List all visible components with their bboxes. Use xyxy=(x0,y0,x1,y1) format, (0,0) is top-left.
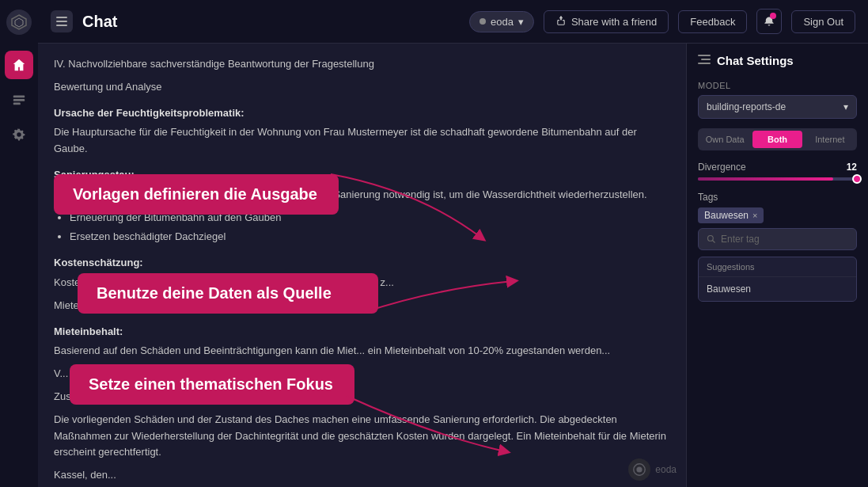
data-source-tabs: Own Data Both Internet xyxy=(698,128,857,150)
chat-area[interactable]: IV. Nachvollziehbare sachverständige Bea… xyxy=(38,44,686,487)
line-14: Die vorliegenden Schäden und der Zustand… xyxy=(54,412,670,461)
svg-rect-10 xyxy=(698,55,711,56)
line-4: Sanierungsstau: xyxy=(54,167,670,184)
line-15: Kassel, den... xyxy=(54,467,670,484)
divergence-row: Divergence 12 xyxy=(698,162,857,173)
model-selector[interactable]: building-reports-de ▾ xyxy=(698,95,857,119)
divergence-label: Divergence xyxy=(698,162,746,173)
content-area: IV. Nachvollziehbare sachverständige Bea… xyxy=(38,44,868,487)
svg-rect-12 xyxy=(698,63,711,64)
main-content: Chat eoda ▾ Share with a friend Feedback… xyxy=(38,0,868,487)
eoda-watermark: eoda xyxy=(628,458,677,481)
line-10: Mieteinbehalt: xyxy=(54,324,670,341)
slider-fill xyxy=(698,177,833,181)
svg-rect-3 xyxy=(13,99,25,101)
svg-line-14 xyxy=(713,241,715,243)
divergence-value: 12 xyxy=(847,162,857,173)
tags-label: Tags xyxy=(698,192,857,203)
settings-title: Chat Settings xyxy=(717,54,794,67)
left-sidebar xyxy=(0,0,38,487)
sidebar-item-settings[interactable] xyxy=(5,120,33,149)
suggestions-dropdown: Suggestions Bauwesen xyxy=(698,257,857,302)
line-8: Kostenrahmen für die Sanierung je nach U… xyxy=(54,275,670,291)
app-logo xyxy=(6,10,32,35)
svg-point-9 xyxy=(637,466,642,472)
tag-input[interactable] xyxy=(721,234,848,245)
tag-label: Bauwesen xyxy=(704,210,749,221)
line-6: Erneuerung der Bitumenbahn auf den Gaube… xyxy=(54,210,670,246)
sidebar-item-home[interactable] xyxy=(5,51,33,79)
divergence-slider[interactable] xyxy=(698,177,857,181)
tab-own-data[interactable]: Own Data xyxy=(700,131,749,148)
settings-toggle-icon[interactable] xyxy=(698,53,711,68)
header: Chat eoda ▾ Share with a friend Feedback… xyxy=(38,0,868,44)
suggestion-item-bauwesen[interactable]: Bauwesen xyxy=(699,277,856,301)
line-9: Mieteinbehalt... xyxy=(54,298,670,314)
model-label: Model xyxy=(698,81,857,90)
search-icon xyxy=(707,234,716,244)
sidebar-item-messages[interactable] xyxy=(5,86,33,114)
line-1: Bewertung und Analyse xyxy=(54,79,670,96)
feedback-button-label: Feedback xyxy=(690,16,735,28)
line-2: Ursache der Feuchtigkeitsproblematik: xyxy=(54,105,670,122)
slider-thumb xyxy=(852,174,862,184)
svg-point-13 xyxy=(708,236,714,242)
line-11: Basierend auf den Schäden und Beeinträch… xyxy=(54,343,670,360)
tag-input-container xyxy=(698,228,857,250)
svg-rect-2 xyxy=(13,96,25,98)
eoda-text: eoda xyxy=(655,464,677,475)
tag-remove-button[interactable]: × xyxy=(752,211,757,220)
model-value: building-reports-de xyxy=(707,101,786,112)
svg-rect-11 xyxy=(701,59,711,60)
share-button[interactable]: Share with a friend xyxy=(544,10,669,33)
workspace-label: eoda xyxy=(491,16,514,28)
chat-content: IV. Nachvollziehbare sachverständige Bea… xyxy=(54,56,670,484)
line-0: IV. Nachvollziehbare sachverständige Bea… xyxy=(54,56,670,73)
signout-button-label: Sign Out xyxy=(803,16,843,28)
line-13: Zusammenfassung xyxy=(54,389,670,405)
settings-panel: Chat Settings Model building-reports-de … xyxy=(686,44,868,487)
tab-both[interactable]: Both xyxy=(752,131,802,148)
share-button-label: Share with a friend xyxy=(571,16,657,28)
svg-marker-1 xyxy=(15,18,23,27)
model-chevron: ▾ xyxy=(843,101,848,112)
svg-rect-5 xyxy=(56,17,67,18)
tab-internet[interactable]: Internet xyxy=(805,131,855,148)
page-title: Chat xyxy=(82,13,117,31)
line-7: Kostenschätzung: xyxy=(54,255,670,272)
notification-badge xyxy=(770,13,776,19)
tags-container: Bauwesen × xyxy=(698,207,857,228)
svg-rect-6 xyxy=(56,21,67,22)
line-3: Die Hauptursache für die Feuchtigkeit in… xyxy=(54,124,670,158)
workspace-selector[interactable]: eoda ▾ xyxy=(469,11,534,32)
workspace-status-dot xyxy=(479,18,486,25)
eoda-logo-icon xyxy=(628,458,650,481)
signout-button[interactable]: Sign Out xyxy=(791,10,855,33)
suggestion-label: Bauwesen xyxy=(707,283,751,295)
notifications-button[interactable] xyxy=(756,9,782,34)
feedback-button[interactable]: Feedback xyxy=(678,10,747,33)
svg-rect-7 xyxy=(56,25,67,26)
suggestions-label: Suggestions xyxy=(699,257,856,277)
settings-header: Chat Settings xyxy=(698,53,857,68)
line-5: Die derzeitigen Zustände legen nahe, das… xyxy=(54,187,670,204)
workspace-chevron: ▾ xyxy=(518,16,524,28)
sidebar-toggle-button[interactable] xyxy=(51,10,73,32)
line-12: V... xyxy=(54,366,670,382)
svg-rect-4 xyxy=(13,103,21,105)
tag-bauwesen: Bauwesen × xyxy=(698,207,764,223)
